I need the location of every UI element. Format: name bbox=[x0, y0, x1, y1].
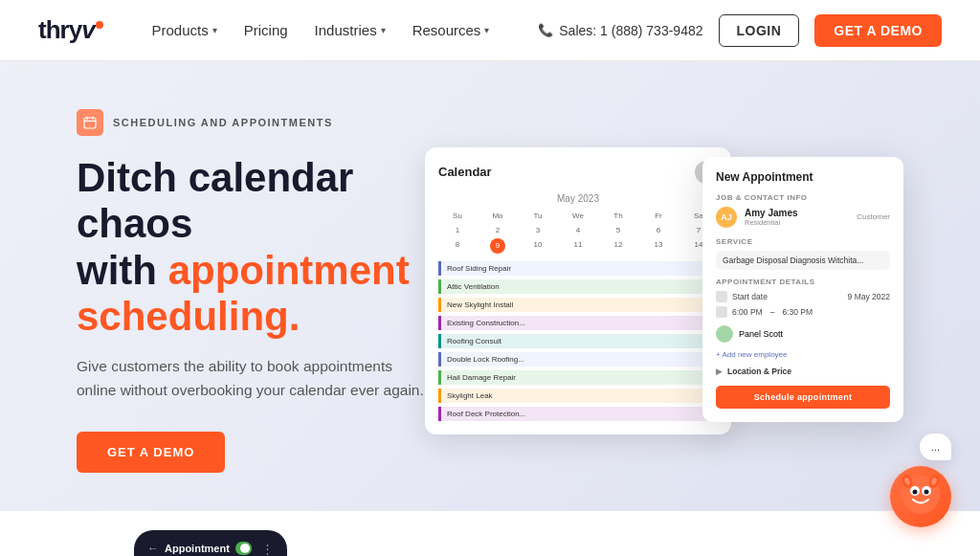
hero-headline: Ditch calendar chaoswith appointmentsche… bbox=[77, 155, 425, 340]
contact-status: Customer bbox=[857, 212, 890, 221]
chevron-down-icon: ▾ bbox=[381, 25, 386, 35]
cal-day-12[interactable]: 12 bbox=[599, 238, 637, 254]
calendar-icon bbox=[77, 109, 103, 136]
svg-point-7 bbox=[913, 490, 918, 495]
nav-right: 📞 Sales: 1 (888) 733-9482 LOGIN GET A DE… bbox=[538, 14, 942, 47]
staff-info: Panel Scott bbox=[716, 325, 890, 343]
nav-item-resources[interactable]: Resources ▾ bbox=[412, 22, 490, 38]
contact-info: AJ Amy James Residential Customer bbox=[716, 207, 890, 228]
contact-avatar: AJ bbox=[716, 207, 737, 228]
cal-day-3[interactable]: 3 bbox=[519, 224, 557, 236]
detail-date-label: Start date bbox=[732, 292, 768, 301]
cal-day-header: Fr bbox=[639, 210, 678, 222]
chat-mascot-icon bbox=[894, 470, 947, 523]
phone-icon: 📞 bbox=[538, 23, 553, 37]
detail-time-end: 6:30 PM bbox=[782, 307, 813, 317]
cal-day-header: Su bbox=[438, 210, 477, 222]
calendar-grid: Su Mo Tu We Th Fr Sa 1 2 3 4 5 6 7 8 9 1… bbox=[438, 210, 718, 254]
logo-text: thryv bbox=[38, 15, 103, 45]
nav-links: Products ▾ Pricing Industries ▾ Resource… bbox=[152, 22, 490, 38]
nav-item-industries[interactable]: Industries ▾ bbox=[315, 22, 386, 38]
section-label-details: Appointment details bbox=[716, 278, 890, 286]
phone-mockup: ← Appointment ⋮ bbox=[134, 530, 287, 556]
cal-day-13[interactable]: 13 bbox=[639, 238, 678, 254]
clock-icon bbox=[716, 306, 727, 318]
nav-item-pricing[interactable]: Pricing bbox=[244, 22, 288, 38]
detail-time-row: 6:00 PM – 6:30 PM bbox=[716, 306, 890, 318]
cal-day-header: Tu bbox=[519, 210, 557, 222]
appointment-item[interactable]: Double Lock Roofing... bbox=[438, 352, 718, 367]
appointment-item[interactable]: Hail Damage Repair bbox=[438, 370, 718, 385]
cal-day-4[interactable]: 4 bbox=[559, 224, 597, 236]
hero-subtext: Give customers the ability to book appoi… bbox=[77, 355, 425, 403]
chat-widget: ... bbox=[890, 434, 951, 527]
appointment-item[interactable]: Existing Construction... bbox=[438, 316, 718, 330]
cal-day-8[interactable]: 8 bbox=[438, 238, 477, 254]
chat-avatar-container[interactable] bbox=[890, 466, 951, 527]
nav-item-products[interactable]: Products ▾ bbox=[152, 22, 217, 38]
cal-day-11[interactable]: 11 bbox=[559, 238, 597, 254]
calendar-small-icon bbox=[716, 291, 727, 302]
contact-sub: Residential bbox=[745, 218, 798, 227]
appointment-item[interactable]: Roof Siding Repair bbox=[438, 261, 718, 276]
appointment-item[interactable]: Roof Deck Protection... bbox=[438, 407, 718, 421]
contact-name: Amy James bbox=[745, 208, 798, 218]
phone-title: Appointment bbox=[165, 543, 230, 554]
get-demo-hero-button[interactable]: GET A DEMO bbox=[77, 432, 225, 473]
staff-name: Panel Scott bbox=[739, 329, 783, 339]
cal-day-header: Th bbox=[599, 210, 637, 222]
hero-tag-text: SCHEDULING AND APPOINTMENTS bbox=[113, 117, 333, 128]
appointment-item[interactable]: New Skylight Install bbox=[438, 298, 718, 312]
cal-day-9-today[interactable]: 9 bbox=[490, 238, 505, 254]
cal-day-2[interactable]: 2 bbox=[479, 224, 517, 236]
section-label-service: Service bbox=[716, 237, 890, 246]
section-label-contact: Job & contact info bbox=[716, 193, 890, 202]
add-staff-link[interactable]: + Add new employee bbox=[716, 350, 890, 359]
appointments-list: Roof Siding Repair Attic Ventilation New… bbox=[438, 261, 718, 421]
calendar-mockup: Calendar May 2023 Su Mo Tu We Th Fr Sa 1… bbox=[425, 147, 731, 434]
cal-day-5[interactable]: 5 bbox=[599, 224, 637, 236]
calendar-title: Calendar bbox=[438, 165, 492, 179]
get-demo-nav-button[interactable]: GET A DEMO bbox=[814, 14, 942, 47]
hero-tag: SCHEDULING AND APPOINTMENTS bbox=[77, 109, 425, 136]
modal-title: New Appointment bbox=[716, 170, 890, 184]
service-name: Garbage Disposal Diagnosis Witchita... bbox=[723, 256, 863, 265]
phone-number[interactable]: 📞 Sales: 1 (888) 733-9482 bbox=[538, 23, 702, 38]
service-item[interactable]: Garbage Disposal Diagnosis Witchita... bbox=[716, 251, 890, 270]
chevron-right-icon: ▶ bbox=[716, 367, 723, 376]
hero-section: SCHEDULING AND APPOINTMENTS Ditch calend… bbox=[0, 61, 980, 511]
chat-avatar[interactable] bbox=[890, 466, 951, 527]
appointment-item[interactable]: Skylight Leak bbox=[438, 389, 718, 403]
login-button[interactable]: LOGIN bbox=[719, 14, 800, 47]
chat-bubble: ... bbox=[920, 434, 951, 460]
location-price-row: ▶ Location & Price bbox=[716, 367, 890, 376]
bottom-section: ← Appointment ⋮ bbox=[0, 511, 980, 556]
hero-illustration: Calendar May 2023 Su Mo Tu We Th Fr Sa 1… bbox=[425, 147, 903, 434]
chevron-down-icon: ▾ bbox=[484, 25, 489, 35]
schedule-appointment-button[interactable]: Schedule appointment bbox=[716, 386, 890, 409]
cal-day-6[interactable]: 6 bbox=[639, 224, 678, 236]
staff-avatar bbox=[716, 325, 733, 343]
cal-day-header: Mo bbox=[479, 210, 517, 222]
svg-rect-0 bbox=[84, 118, 96, 128]
calendar-month: May 2023 bbox=[438, 193, 718, 204]
cal-day-10[interactable]: 10 bbox=[519, 238, 557, 254]
chat-bubble-text: ... bbox=[931, 441, 940, 453]
chevron-down-icon: ▾ bbox=[212, 25, 217, 35]
toggle-switch[interactable] bbox=[235, 542, 252, 555]
detail-time-start: 6:00 PM bbox=[732, 307, 763, 317]
more-options-icon[interactable]: ⋮ bbox=[261, 542, 274, 556]
appointment-item[interactable]: Attic Ventilation bbox=[438, 279, 718, 294]
time-separator: – bbox=[770, 307, 775, 317]
phone-header: ← Appointment ⋮ bbox=[147, 542, 274, 556]
cal-day-1[interactable]: 1 bbox=[438, 224, 477, 236]
back-icon[interactable]: ← bbox=[147, 542, 159, 555]
appointment-item[interactable]: Roofing Consult bbox=[438, 334, 718, 348]
new-appointment-modal: New Appointment Job & contact info AJ Am… bbox=[702, 157, 903, 422]
navbar: thryv Products ▾ Pricing Industries ▾ Re… bbox=[0, 0, 980, 61]
location-price-label: Location & Price bbox=[727, 367, 791, 376]
hero-content: SCHEDULING AND APPOINTMENTS Ditch calend… bbox=[77, 109, 425, 473]
detail-date-row: Start date 9 May 2022 bbox=[716, 291, 890, 302]
detail-date-value: 9 May 2022 bbox=[848, 292, 890, 301]
logo[interactable]: thryv bbox=[38, 15, 103, 45]
